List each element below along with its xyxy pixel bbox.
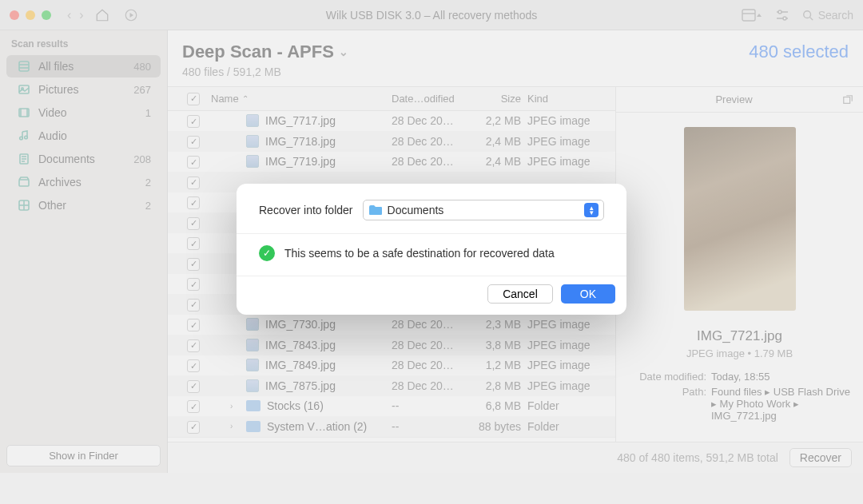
selected-count: 480 selected <box>749 42 849 62</box>
sidebar-item-pictures[interactable]: Pictures 267 <box>6 78 161 101</box>
table-row[interactable]: ✓IMG_7730.jpg28 Dec 20…2,3 MBJPEG image <box>168 315 615 335</box>
dialog-label: Recover into folder <box>259 204 353 216</box>
home-icon[interactable] <box>95 8 109 22</box>
cancel-button[interactable]: Cancel <box>487 284 553 304</box>
search-placeholder: Search <box>818 9 853 22</box>
maximize-window-button[interactable] <box>42 10 51 20</box>
column-size[interactable]: Size <box>467 93 527 105</box>
row-date: 28 Dec 20… <box>392 359 467 371</box>
row-checkbox[interactable]: ✓ <box>176 359 211 373</box>
content-title[interactable]: Deep Scan - APFS ⌄ <box>182 42 348 62</box>
destination-select[interactable]: Documents ▴▾ <box>363 200 604 220</box>
row-checkbox[interactable]: ✓ <box>176 216 211 230</box>
row-size: 88 bytes <box>467 420 527 433</box>
table-row[interactable]: ✓IMG_7718.jpg28 Dec 20…2,4 MBJPEG image <box>168 131 615 152</box>
folder-icon <box>246 421 260 432</box>
file-icon <box>246 155 259 168</box>
dialog-info-text: This seems to be a safe destination for … <box>284 247 555 260</box>
preview-image <box>684 127 796 311</box>
nav-arrows: ‹ › <box>67 8 84 22</box>
row-date: 28 Dec 20… <box>392 155 467 168</box>
row-checkbox[interactable]: ✓ <box>176 338 211 352</box>
column-name[interactable]: Name ⌃ <box>211 93 392 105</box>
sidebar-item-all-files[interactable]: All files 480 <box>6 55 161 77</box>
row-checkbox[interactable]: ✓ <box>176 155 211 169</box>
preview-date-value: Today, 18:55 <box>711 371 852 383</box>
row-checkbox[interactable]: ✓ <box>176 134 211 149</box>
sidebar-item-other[interactable]: Other 2 <box>6 194 161 216</box>
archives-icon <box>16 176 32 189</box>
search-icon <box>802 10 813 21</box>
search-box[interactable]: Search <box>802 9 853 22</box>
row-size: 2,4 MB <box>467 155 527 168</box>
row-kind: Folder <box>527 420 607 433</box>
nav-forward-button[interactable]: › <box>79 8 83 22</box>
nav-back-button[interactable]: ‹ <box>67 8 71 22</box>
row-checkbox[interactable]: ✓ <box>176 379 211 393</box>
row-size: 2,8 MB <box>467 379 527 392</box>
table-row[interactable]: ✓›Stocks (16)--6,8 MBFolder <box>168 396 615 417</box>
row-checkbox[interactable]: ✓ <box>176 236 211 251</box>
row-checkbox[interactable]: ✓ <box>176 399 211 414</box>
footer: 480 of 480 items, 591,2 MB total Recover <box>168 442 863 473</box>
row-checkbox[interactable]: ✓ <box>176 318 211 332</box>
table-row[interactable]: ✓IMG_7849.jpg28 Dec 20…1,2 MBJPEG image <box>168 355 615 376</box>
toolbar: ‹ › Wilk USB DISK 3.0 – All recovery met… <box>0 0 863 30</box>
detach-preview-icon[interactable] <box>842 94 853 105</box>
svg-rect-9 <box>19 62 29 71</box>
destination-value: Documents <box>388 204 444 216</box>
row-kind: JPEG image <box>527 135 607 148</box>
close-window-button[interactable] <box>10 10 19 20</box>
svg-point-18 <box>25 136 28 139</box>
row-name: IMG_7730.jpg <box>211 318 392 331</box>
row-date: 28 Dec 20… <box>392 135 467 148</box>
select-arrows-icon: ▴▾ <box>584 203 599 217</box>
row-checkbox[interactable]: ✓ <box>176 196 211 210</box>
sidebar-item-audio[interactable]: Audio <box>6 125 161 147</box>
row-checkbox[interactable]: ✓ <box>176 256 211 271</box>
row-kind: JPEG image <box>527 318 607 331</box>
preview-date-label: Date modified: <box>627 371 711 383</box>
table-row[interactable]: ✓IMG_7843.jpg28 Dec 20…3,8 MBJPEG image <box>168 335 615 355</box>
recover-dialog: Recover into folder Documents ▴▾ ✓ This … <box>237 184 626 315</box>
ok-button[interactable]: OK <box>561 284 615 304</box>
row-size: 1,2 MB <box>467 359 527 371</box>
disclosure-icon[interactable]: › <box>230 402 240 411</box>
row-kind: JPEG image <box>527 359 607 371</box>
audio-icon <box>16 129 32 142</box>
row-kind: JPEG image <box>527 155 607 168</box>
recover-button[interactable]: Recover <box>789 448 852 467</box>
all-icon <box>16 60 32 73</box>
row-name: IMG_7718.jpg <box>211 135 392 148</box>
sidebar-item-archives[interactable]: Archives 2 <box>6 171 161 193</box>
row-checkbox[interactable]: ✓ <box>176 297 211 312</box>
svg-point-6 <box>783 17 786 20</box>
row-date: -- <box>392 399 467 412</box>
table-row[interactable]: ✓›System V…ation (2)--88 bytesFolder <box>168 416 615 437</box>
file-icon <box>246 359 259 371</box>
row-checkbox[interactable]: ✓ <box>176 419 211 434</box>
sidebar-item-video[interactable]: Video 1 <box>6 101 161 124</box>
row-checkbox[interactable]: ✓ <box>176 114 211 129</box>
column-check[interactable]: ✓ <box>176 92 211 105</box>
table-row[interactable]: ✓IMG_7719.jpg28 Dec 20…2,4 MBJPEG image <box>168 152 615 173</box>
row-checkbox[interactable]: ✓ <box>176 175 211 189</box>
show-in-finder-button[interactable]: Show in Finder <box>6 445 161 466</box>
table-row[interactable]: ✓IMG_7875.jpg28 Dec 20…2,8 MBJPEG image <box>168 375 615 396</box>
row-date: 28 Dec 20… <box>392 339 467 351</box>
row-checkbox[interactable]: ✓ <box>176 277 211 292</box>
table-row[interactable]: ✓IMG_7717.jpg28 Dec 20…2,2 MBJPEG image <box>168 111 615 132</box>
settings-slider-icon[interactable] <box>775 9 789 22</box>
view-mode-icon[interactable] <box>742 9 762 22</box>
sidebar-item-documents[interactable]: Documents 208 <box>6 148 161 170</box>
row-date: 28 Dec 20… <box>392 379 467 392</box>
pictures-icon <box>16 83 32 96</box>
play-icon[interactable] <box>124 8 138 22</box>
file-icon <box>246 135 259 148</box>
column-date[interactable]: Date…odified <box>392 93 467 105</box>
minimize-window-button[interactable] <box>26 10 35 20</box>
disclosure-icon[interactable]: › <box>230 422 240 431</box>
row-name: IMG_7719.jpg <box>211 155 392 168</box>
preview-filename: IMG_7721.jpg <box>616 328 863 344</box>
column-kind[interactable]: Kind <box>527 93 607 105</box>
